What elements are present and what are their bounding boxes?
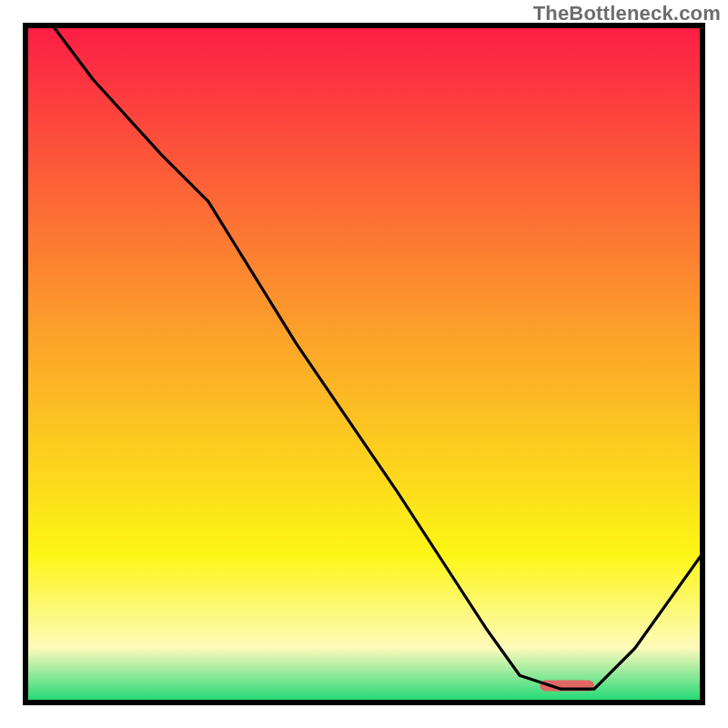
watermark-label: TheBottleneck.com xyxy=(533,2,721,25)
bottleneck-chart xyxy=(0,0,728,728)
plot-background xyxy=(25,25,703,703)
